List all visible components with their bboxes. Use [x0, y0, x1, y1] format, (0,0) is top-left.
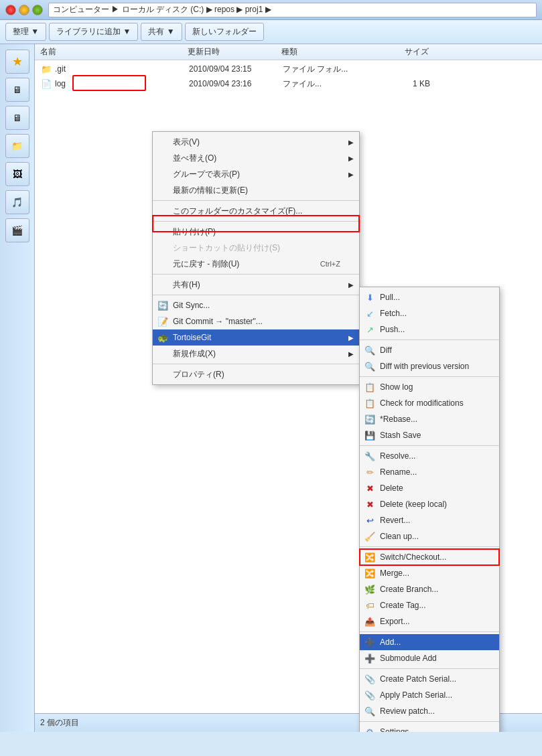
image-icon[interactable]: 🖼 — [5, 162, 29, 186]
address-bar[interactable]: コンピューター ▶ ローカル ディスク (C:) ▶ repos ▶ proj1… — [48, 3, 537, 17]
share-button[interactable]: 共有 ▼ — [141, 23, 182, 41]
menu-view[interactable]: 表示(V) ▶ — [153, 134, 359, 150]
submenu-fetch[interactable]: ↙ Fetch... — [360, 305, 499, 321]
menu-new-label: 新規作成(X) — [173, 348, 216, 360]
apply-patch-icon: 📎 — [364, 689, 376, 701]
check-mods-icon: 📋 — [364, 397, 376, 409]
title-bar: コンピューター ▶ ローカル ディスク (C:) ▶ repos ▶ proj1… — [0, 0, 542, 20]
pull-icon: ⬇ — [364, 291, 376, 303]
menu-properties[interactable]: プロパティ(R) — [153, 366, 359, 382]
submenu-export[interactable]: 📤 Export... — [360, 613, 499, 629]
star-icon: ★ — [12, 54, 23, 69]
window-controls[interactable] — [5, 5, 43, 15]
submenu-add[interactable]: ➕ Add... — [360, 634, 499, 650]
submenu-diff-prev[interactable]: 🔍 Diff with previous version — [360, 358, 499, 374]
delete-keep-icon: ✖ — [364, 498, 376, 510]
menu-git-sync[interactable]: 🔄 Git Sync... — [153, 297, 359, 313]
submenu-create-patch-label: Create Patch Serial... — [380, 674, 456, 684]
cleanup-icon: 🧹 — [364, 530, 376, 542]
close-button[interactable] — [5, 5, 16, 15]
menu-share-arrow: ▶ — [348, 281, 354, 289]
favorites-icon[interactable]: ★ — [5, 50, 29, 74]
menu-paste[interactable]: 貼り付け(P) — [153, 224, 359, 240]
submenu-rebase[interactable]: 🔄 *Rebase... — [360, 411, 499, 427]
menu-refresh[interactable]: 最新の情報に更新(E) — [153, 182, 359, 198]
submenu-cleanup[interactable]: 🧹 Clean up... — [360, 528, 499, 544]
git-sep-1 — [360, 339, 499, 340]
submenu-resolve[interactable]: 🔧 Resolve... — [360, 448, 499, 464]
submenu-switch[interactable]: 🔀 Switch/Checkout... — [360, 549, 499, 565]
folder-icon[interactable]: 📁 — [5, 134, 29, 158]
submenu-stash-save[interactable]: 💾 Stash Save — [360, 427, 499, 443]
submenu-delete[interactable]: ✖ Delete — [360, 480, 499, 496]
menu-share[interactable]: 共有(H) ▶ — [153, 277, 359, 293]
maximize-button[interactable] — [32, 5, 43, 15]
submenu-rename[interactable]: ✏ Rename... — [360, 464, 499, 480]
git-sep-6 — [360, 668, 499, 669]
menu-git-sync-label: Git Sync... — [173, 301, 210, 310]
submenu-create-branch-label: Create Branch... — [380, 585, 438, 594]
menu-undo-label: 元に戻す - 削除(U) — [173, 258, 239, 270]
menu-group[interactable]: グループで表示(P) ▶ — [153, 166, 359, 182]
address-text: コンピューター ▶ ローカル ディスク (C:) ▶ repos ▶ proj1… — [53, 4, 271, 15]
video-icon[interactable]: 🎬 — [5, 218, 29, 242]
submenu-diff[interactable]: 🔍 Diff — [360, 342, 499, 358]
create-patch-icon: 📎 — [364, 673, 376, 685]
menu-new[interactable]: 新規作成(X) ▶ — [153, 346, 359, 362]
submenu-revert[interactable]: ↩ Revert... — [360, 512, 499, 528]
submenu-show-log[interactable]: 📋 Show log — [360, 379, 499, 395]
submenu-diff-prev-label: Diff with previous version — [380, 362, 469, 371]
git-sep-3 — [360, 445, 499, 446]
push-icon: ↗ — [364, 323, 376, 335]
submenu-add-label: Add... — [380, 637, 401, 647]
submenu-create-patch[interactable]: 📎 Create Patch Serial... — [360, 671, 499, 687]
submenu-check-mods[interactable]: 📋 Check for modifications — [360, 395, 499, 411]
menu-paste-label: 貼り付け(P) — [173, 226, 216, 238]
menu-tortoisegit[interactable]: 🐢 TortoiseGit ▶ — [153, 329, 359, 346]
toolbar: 整理 ▼ ライブラリに追加 ▼ 共有 ▼ 新しいフォルダー — [0, 20, 542, 44]
submenu-review-patch[interactable]: 🔍 Review patch... — [360, 703, 499, 719]
submenu-stash-save-label: Stash Save — [380, 431, 421, 440]
git-sync-icon: 🔄 — [157, 299, 169, 311]
add-to-library-button[interactable]: ライブラリに追加 ▼ — [49, 23, 138, 41]
new-folder-button[interactable]: 新しいフォルダー — [185, 23, 264, 41]
submenu-switch-label: Switch/Checkout... — [380, 552, 446, 562]
submenu-merge-label: Merge... — [380, 569, 409, 578]
music-icon[interactable]: 🎵 — [5, 190, 29, 214]
menu-share-label: 共有(H) — [173, 279, 200, 291]
computer-icon-1[interactable]: 🖥 — [5, 78, 29, 102]
stash-save-icon: 💾 — [364, 429, 376, 441]
submenu-push[interactable]: ↗ Push... — [360, 321, 499, 337]
menu-customize[interactable]: このフォルダーのカスタマイズ(F)... — [153, 203, 359, 219]
menu-tortoisegit-label: TortoiseGit — [173, 333, 211, 342]
submenu-create-tag[interactable]: 🏷 Create Tag... — [360, 597, 499, 613]
submenu-delete-label: Delete — [380, 483, 403, 493]
submenu-submodule-add[interactable]: ➕ Submodule Add — [360, 650, 499, 666]
menu-sort[interactable]: 並べ替え(O) ▶ — [153, 150, 359, 166]
submenu-create-branch[interactable]: 🌿 Create Branch... — [360, 581, 499, 597]
submenu-check-mods-label: Check for modifications — [380, 398, 464, 408]
menu-git-commit[interactable]: 📝 Git Commit → "master"... — [153, 313, 359, 329]
create-tag-icon: 🏷 — [364, 599, 376, 611]
minimize-button[interactable] — [19, 5, 29, 15]
content-area: 名前 更新日時 種類 サイズ 📁 .git 2010/09/04 23:15 フ… — [35, 44, 542, 732]
merge-icon: 🔀 — [364, 567, 376, 579]
menu-sort-arrow: ▶ — [348, 155, 354, 162]
sep-4 — [153, 295, 359, 295]
submenu-merge[interactable]: 🔀 Merge... — [360, 565, 499, 581]
resolve-icon: 🔧 — [364, 450, 376, 462]
organize-button[interactable]: 整理 ▼ — [5, 23, 46, 41]
submenu-apply-patch[interactable]: 📎 Apply Patch Serial... — [360, 687, 499, 703]
submenu-delete-keep[interactable]: ✖ Delete (keep local) — [360, 496, 499, 512]
sep-2 — [153, 221, 359, 222]
submenu-settings[interactable]: ⚙ Settings — [360, 724, 499, 732]
tortoisegit-icon: 🐢 — [157, 331, 169, 344]
computer-icon-2[interactable]: 🖥 — [5, 106, 29, 130]
settings-icon: ⚙ — [364, 726, 376, 732]
submenu-pull[interactable]: ⬇ Pull... — [360, 289, 499, 305]
create-branch-icon: 🌿 — [364, 583, 376, 595]
submenu-export-label: Export... — [380, 617, 410, 626]
menu-new-arrow: ▶ — [348, 350, 354, 358]
git-commit-icon: 📝 — [157, 315, 169, 327]
menu-undo[interactable]: 元に戻す - 削除(U) Ctrl+Z — [153, 256, 359, 272]
